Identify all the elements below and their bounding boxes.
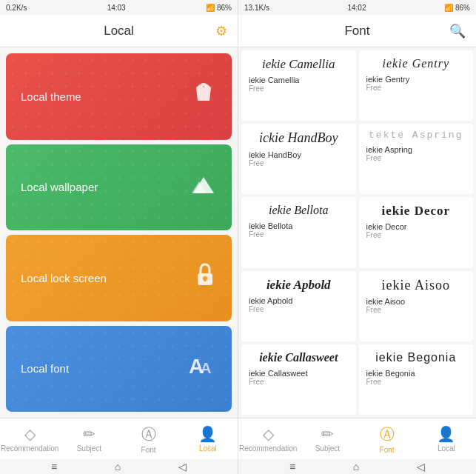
right-panel: 13.1K/s 14:02 📶 86% Font 🔍 iekie Camelli… [238, 0, 476, 474]
right-title: Font [344, 24, 369, 39]
font-name-6: iekie Apbold [249, 296, 292, 305]
font-grid: iekie Camelliaiekie CamelliaFreeiekie Ge… [238, 47, 476, 418]
right-back-btn[interactable]: ◁ [417, 461, 425, 473]
right-nav-sub-icon: ✏ [321, 425, 334, 443]
font-free-9: Free [366, 378, 382, 386]
left-status-left: 0.2K/s [6, 4, 27, 12]
right-home-btn[interactable]: ⌂ [353, 461, 359, 473]
right-nav-font[interactable]: Ⓐ Font [358, 424, 417, 454]
left-nav-rec-icon: ◇ [24, 425, 36, 443]
left-wifi: 📶 [206, 4, 215, 12]
font-free-4: Free [249, 230, 264, 238]
font-cell-8[interactable]: iekie Callasweetiekie CallasweetFree [241, 344, 356, 415]
local-wallpaper-card[interactable]: Local wallpaper [6, 144, 232, 231]
font-cell-9[interactable]: iekie Begoniaiekie BegoniaFree [359, 344, 474, 415]
theme-card-icon [190, 80, 217, 113]
settings-icon[interactable]: ⚙ [215, 23, 227, 39]
local-wallpaper-label: Local wallpaper [21, 181, 98, 193]
svg-text:A: A [201, 360, 211, 376]
font-name-2: iekie HandBoy [249, 150, 301, 159]
right-nav-font-label: Font [380, 446, 395, 454]
right-bottom-nav: ◇ Recommendation ✏ Subject Ⓐ Font 👤 Loca… [238, 418, 476, 459]
font-cell-6[interactable]: iekie Apboldiekie ApboldFree [241, 271, 356, 341]
local-lock-card[interactable]: Local lock screen [6, 235, 232, 321]
right-nav-local-label: Local [438, 444, 455, 453]
right-signal-text: 13.1K/s [244, 4, 269, 12]
local-font-card[interactable]: Local font A A [6, 326, 232, 413]
left-title: Local [104, 24, 134, 39]
local-lock-label: Local lock screen [21, 272, 107, 284]
right-home-bar: ≡ ⌂ ◁ [238, 459, 476, 474]
font-preview-9: iekie Begonia [375, 350, 456, 366]
left-nav-sub-label: Subject [77, 444, 101, 453]
left-time: 14:03 [107, 4, 126, 12]
right-nav-sub-label: Subject [315, 444, 340, 453]
right-nav-local-icon: 👤 [437, 425, 455, 443]
right-nav-local[interactable]: 👤 Local [417, 425, 476, 453]
left-home-bar: ≡ ⌂ ◁ [0, 459, 238, 474]
right-status-bar: 13.1K/s 14:02 📶 86% [238, 0, 476, 15]
font-preview-1: iekie Gentry [382, 56, 449, 72]
left-nav-font-icon: Ⓐ [141, 424, 156, 444]
font-name-5: iekie Decor [366, 222, 407, 231]
font-card-icon: A A [187, 353, 217, 385]
left-home-btn[interactable]: ⌂ [115, 461, 121, 473]
font-free-2: Free [249, 159, 264, 167]
font-preview-7: iekie Aisoo [382, 277, 451, 294]
left-nav-font[interactable]: Ⓐ Font [119, 424, 178, 454]
font-free-0: Free [249, 84, 264, 93]
left-nav-local-icon: 👤 [198, 425, 217, 443]
font-free-6: Free [249, 305, 264, 313]
font-cell-2[interactable]: ickie HandBoyiekie HandBoyFree [241, 124, 356, 194]
right-menu-btn[interactable]: ≡ [289, 461, 295, 473]
font-free-3: Free [366, 154, 382, 162]
search-icon[interactable]: 🔍 [449, 23, 466, 39]
right-wifi: 📶 [444, 4, 453, 12]
font-preview-4: iekie Bellota [269, 203, 328, 218]
left-status-right: 📶 86% [206, 4, 232, 12]
right-nav-rec-icon: ◇ [263, 425, 274, 443]
theme-cards-container: Local theme Local wallpaper Local lock s… [0, 47, 238, 418]
left-battery: 86% [217, 4, 232, 12]
font-preview-3: tekte Aspring [369, 130, 463, 142]
font-cell-0[interactable]: iekie Camelliaiekie CamelliaFree [241, 50, 356, 121]
right-nav-subject[interactable]: ✏ Subject [298, 425, 357, 453]
left-nav-rec-label: Recommendation [1, 444, 58, 453]
font-cell-3[interactable]: tekte Aspringiekie AspringFree [359, 124, 474, 194]
font-name-7: iekie Aisoo [366, 297, 406, 306]
right-status-left: 13.1K/s [244, 4, 269, 12]
lock-card-icon [193, 261, 217, 294]
left-signal-text: 0.2K/s [6, 4, 27, 12]
font-cell-5[interactable]: iekie Decoriekie DecorFree [359, 197, 474, 267]
local-theme-label: Local theme [21, 90, 81, 103]
left-bottom-nav: ◇ Recommendation ✏ Subject Ⓐ Font 👤 Loca… [0, 418, 238, 459]
right-nav-recommendation[interactable]: ◇ Recommendation [238, 425, 298, 453]
font-preview-2: ickie HandBoy [259, 130, 338, 147]
font-cell-4[interactable]: iekie Bellotaiekie BellotaFree [241, 197, 356, 267]
left-top-bar: Local ⚙ [0, 15, 238, 47]
left-nav-subject[interactable]: ✏ Subject [59, 425, 118, 453]
left-back-btn[interactable]: ◁ [178, 461, 187, 473]
font-cell-7[interactable]: iekie Aisooiekie AisooFree [359, 271, 474, 341]
font-preview-6: iekie Apbold [267, 277, 331, 293]
left-nav-local-label: Local [199, 444, 217, 453]
font-free-8: Free [249, 378, 264, 386]
left-nav-font-label: Font [141, 446, 156, 454]
local-font-label: Local font [21, 362, 69, 375]
left-nav-recommendation[interactable]: ◇ Recommendation [0, 425, 59, 453]
local-theme-card[interactable]: Local theme [6, 53, 232, 140]
wallpaper-card-icon [190, 171, 217, 204]
left-nav-local[interactable]: 👤 Local [178, 425, 238, 453]
font-free-7: Free [366, 306, 382, 314]
right-nav-font-icon: Ⓐ [380, 424, 395, 444]
font-preview-5: iekie Decor [381, 203, 450, 219]
font-free-5: Free [366, 231, 382, 239]
right-time: 14:02 [347, 4, 366, 12]
left-menu-btn[interactable]: ≡ [51, 461, 57, 473]
font-free-1: Free [366, 84, 382, 92]
left-nav-sub-icon: ✏ [83, 425, 95, 443]
font-name-4: iekie Bellota [249, 221, 292, 230]
font-cell-1[interactable]: iekie Gentryiekie GentryFree [359, 50, 474, 121]
right-status-right: 📶 86% [444, 4, 470, 12]
left-status-bar: 0.2K/s 14:03 📶 86% [0, 0, 238, 15]
